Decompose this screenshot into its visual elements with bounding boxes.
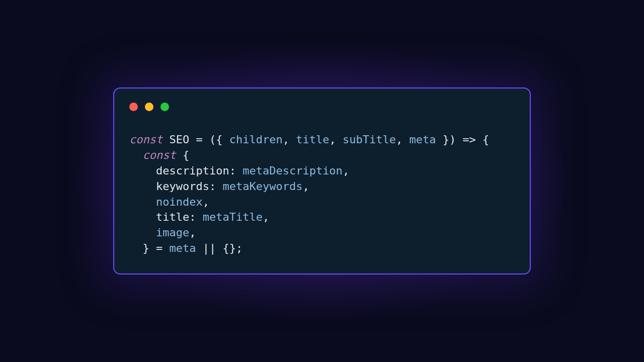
keyword-const: const [129, 133, 163, 146]
keyword-const: const [143, 149, 176, 161]
key-title: title [156, 211, 189, 223]
ref-meta: meta [170, 242, 196, 254]
key-keywords: keywords [156, 180, 209, 193]
val-metakeywords: metaKeywords [222, 180, 302, 193]
key-description: description [156, 164, 229, 177]
val-metatitle: metaTitle [203, 211, 263, 223]
empty-object: {} [222, 242, 236, 254]
close-icon[interactable] [129, 103, 138, 111]
minimize-icon[interactable] [145, 103, 153, 111]
or-operator: || [196, 242, 222, 254]
function-name: SEO [169, 133, 189, 146]
code-block: const SEO = ({ children, title, subTitle… [129, 132, 515, 256]
param-subtitle: subTitle [343, 133, 396, 146]
maximize-icon[interactable] [160, 103, 169, 111]
param-children: children [229, 133, 283, 146]
code-window: const SEO = ({ children, title, subTitle… [113, 87, 531, 274]
param-title: title [296, 133, 329, 146]
val-metadescription: metaDescription [243, 164, 343, 177]
key-image: image [156, 226, 189, 239]
param-meta: meta [409, 133, 436, 146]
key-noindex: noindex [156, 196, 203, 208]
window-controls [129, 103, 515, 111]
